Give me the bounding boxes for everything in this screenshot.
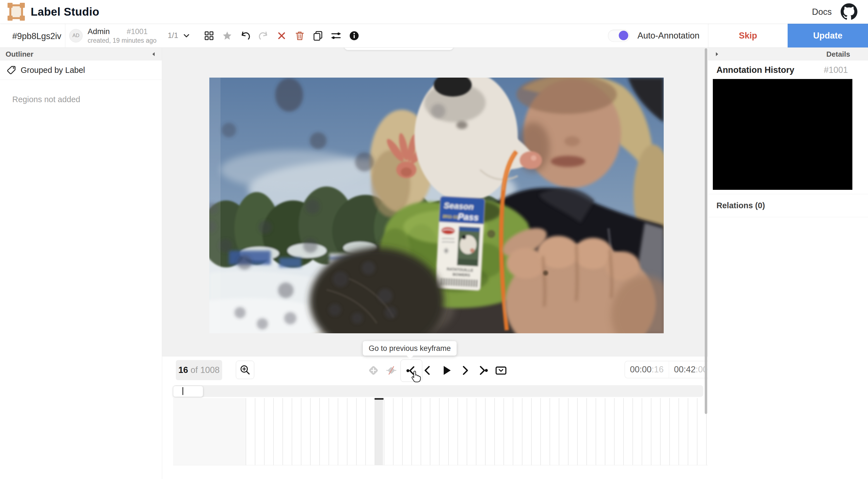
- tag-icon: [6, 65, 16, 75]
- workspace: Season 2011-12 Pass RATATOUILLE: [162, 48, 708, 479]
- outliner-panel: Outliner Grouped by Label Regions not ad…: [0, 48, 162, 479]
- svg-text:BOWERS: BOWERS: [453, 272, 470, 277]
- video-illustration: Season 2011-12 Pass RATATOUILLE: [209, 78, 664, 333]
- play-button[interactable]: [437, 356, 456, 384]
- app-header: Label Studio Docs: [0, 0, 868, 24]
- annotation-preview: [713, 79, 852, 190]
- frame-counter[interactable]: 16 of 1008: [176, 360, 222, 380]
- settings-button[interactable]: [327, 27, 345, 44]
- duplicate-button[interactable]: [309, 27, 327, 44]
- star-button[interactable]: [218, 27, 236, 44]
- tooltip: Go to previous keyframe: [363, 341, 457, 356]
- redo-button[interactable]: [254, 27, 272, 44]
- current-frame-column[interactable]: [375, 398, 383, 465]
- outliner-header: Outliner: [0, 48, 162, 61]
- tooltip-text: Go to previous keyframe: [369, 344, 451, 353]
- vertical-scrollbar[interactable]: [705, 48, 707, 414]
- video-timeline: 16 of 1008: [162, 356, 708, 479]
- floating-toolbar-edge: [344, 48, 454, 50]
- github-icon[interactable]: [841, 3, 858, 20]
- playhead-marker: [182, 387, 183, 395]
- zoom-in-button[interactable]: [236, 361, 254, 379]
- label-studio-logo-icon[interactable]: [7, 3, 25, 21]
- task-id: #9pb8Lgs2iv: [12, 31, 61, 41]
- next-frame-button[interactable]: [456, 356, 474, 384]
- avatar: AD: [69, 29, 83, 42]
- auto-annotation-group: Auto-Annotation: [608, 24, 700, 48]
- label-studio-app: Label Studio Docs #9pb8Lgs2iv AD Admin #…: [0, 0, 868, 479]
- app-title: Label Studio: [31, 6, 99, 18]
- season-pass-badge: Season 2011-12 Pass RATATOUILLE: [436, 196, 485, 291]
- group-mode-label: Grouped by Label: [21, 66, 85, 75]
- details-title: Details: [827, 50, 850, 59]
- annotation-actions: [200, 24, 363, 48]
- annotation-history-label: Annotation History: [716, 65, 794, 75]
- annotation-created: created, 19 minutes ago: [88, 37, 148, 44]
- next-keyframe-button[interactable]: [474, 356, 492, 384]
- svg-text:Pass: Pass: [458, 211, 479, 222]
- group-by-label-selector[interactable]: Grouped by Label: [0, 61, 162, 80]
- annotation-id: #1001: [127, 27, 148, 36]
- skip-button[interactable]: Skip: [708, 24, 787, 48]
- playhead-tick: [375, 398, 383, 400]
- expand-right-icon[interactable]: [714, 51, 720, 57]
- toggle-knob: [619, 31, 628, 40]
- details-panel: Details Annotation History #1001 Relatio…: [708, 48, 868, 479]
- annotation-counter: 1/1: [168, 31, 178, 40]
- relations-section[interactable]: Relations (0): [708, 194, 868, 217]
- auto-annotation-label: Auto-Annotation: [638, 31, 700, 41]
- relations-label: Relations (0): [716, 201, 765, 210]
- cancel-button[interactable]: [272, 27, 290, 44]
- docs-link[interactable]: Docs: [812, 7, 832, 17]
- total-time: 00:42:00: [669, 361, 708, 378]
- info-button[interactable]: [345, 27, 363, 44]
- delete-button[interactable]: [290, 27, 309, 44]
- avatar-initials: AD: [72, 33, 79, 38]
- time-display: 00:00:16 00:42:00: [625, 361, 708, 378]
- outliner-title: Outliner: [6, 50, 33, 59]
- update-button[interactable]: Update: [787, 24, 868, 48]
- current-frame[interactable]: 16: [178, 365, 188, 375]
- grid-view-button[interactable]: [200, 27, 218, 44]
- annotation-history-row: Annotation History #1001: [716, 65, 848, 75]
- hand-cursor-icon: [410, 370, 422, 383]
- details-header: Details: [708, 48, 868, 61]
- collapse-left-icon[interactable]: [151, 51, 156, 57]
- ruler-ticks: [246, 398, 708, 465]
- total-frames: 1008: [200, 365, 220, 375]
- svg-text:Season: Season: [443, 201, 474, 212]
- current-time[interactable]: 00:00:16: [625, 361, 669, 378]
- seek-handle[interactable]: [173, 386, 203, 397]
- regions-empty-message: Regions not added: [0, 80, 162, 104]
- annotator-name: Admin: [88, 27, 110, 36]
- auto-annotation-toggle[interactable]: [608, 30, 630, 42]
- annotation-history-id: #1001: [824, 65, 848, 75]
- annotation-toolbar: #9pb8Lgs2iv AD Admin #1001 created, 19 m…: [0, 24, 868, 48]
- svg-text:2011-12: 2011-12: [443, 214, 458, 219]
- chevron-down-icon[interactable]: [182, 31, 191, 40]
- ruler-lead: [173, 398, 246, 465]
- divider: [65, 24, 65, 48]
- toggle-timeline-button[interactable]: [492, 356, 510, 384]
- seek-track[interactable]: [173, 385, 703, 397]
- annotator-info: Admin #1001 created, 19 minutes ago: [88, 27, 148, 44]
- toggle-interpolation-button[interactable]: [382, 356, 401, 384]
- frame-ruler[interactable]: [173, 398, 708, 465]
- annotation-selector[interactable]: AD Admin #1001 created, 19 minutes ago 1…: [69, 24, 191, 48]
- undo-button[interactable]: [236, 27, 254, 44]
- video-frame[interactable]: Season 2011-12 Pass RATATOUILLE: [209, 78, 664, 333]
- add-keyframe-button[interactable]: [364, 356, 383, 384]
